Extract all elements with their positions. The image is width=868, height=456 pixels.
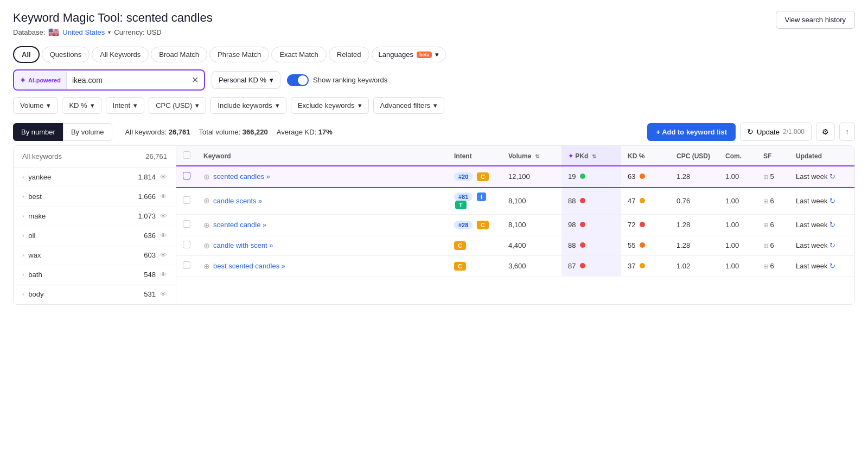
volume-filter[interactable]: Volume ▾: [13, 97, 58, 114]
cpc-filter[interactable]: CPC (USD) ▾: [149, 97, 206, 114]
intent-cell: #20 C: [448, 166, 502, 187]
eye-icon[interactable]: 👁: [160, 251, 167, 259]
row-checkbox[interactable]: [183, 196, 190, 204]
kd-cell: 72: [621, 215, 670, 235]
settings-button[interactable]: ⚙: [816, 123, 835, 141]
tab-all-keywords[interactable]: All Keywords: [92, 47, 149, 62]
settings-icon: ⚙: [822, 127, 829, 136]
add-keyword-icon[interactable]: ⊕: [203, 241, 210, 250]
cpc-cell: 1.28: [670, 166, 719, 187]
add-keyword-icon[interactable]: ⊕: [203, 221, 210, 229]
row-checkbox-cell[interactable]: [176, 187, 197, 215]
intent-badge-c: C: [477, 221, 489, 229]
volume-column-header[interactable]: Volume ⇅: [502, 146, 561, 166]
keyword-cell: ⊕ candle with scent »: [197, 235, 448, 256]
tab-questions[interactable]: Questions: [42, 47, 90, 62]
kd-filter[interactable]: KD % ▾: [62, 97, 101, 114]
sidebar-item[interactable]: › bath 548 👁: [14, 265, 176, 285]
kd-dropdown[interactable]: Personal KD % ▾: [212, 71, 280, 89]
updated-cell: Last week ↻: [789, 166, 854, 187]
add-to-keyword-list-button[interactable]: + Add to keyword list: [647, 123, 736, 141]
eye-icon[interactable]: 👁: [160, 173, 167, 181]
exclude-keywords-filter[interactable]: Exclude keywords ▾: [291, 97, 369, 114]
intent-filter[interactable]: Intent ▾: [106, 97, 145, 114]
eye-icon[interactable]: 👁: [160, 271, 167, 279]
keyword-link[interactable]: candle scents »: [213, 197, 262, 205]
tab-exact-match[interactable]: Exact Match: [271, 47, 327, 62]
cpc-chevron-icon: ▾: [195, 101, 199, 110]
search-input[interactable]: [67, 72, 186, 89]
tab-all[interactable]: All: [13, 46, 40, 63]
pkd-cell: 87: [561, 256, 621, 277]
refresh-icon[interactable]: ↻: [829, 221, 835, 229]
keyword-link[interactable]: scented candle »: [213, 221, 266, 229]
row-checkbox-cell[interactable]: [176, 166, 197, 187]
keyword-column-header[interactable]: Keyword: [197, 146, 448, 166]
row-checkbox[interactable]: [183, 172, 190, 179]
table-row: ⊕ scented candles » #20 C 12,100 19: [176, 166, 854, 187]
keyword-link[interactable]: candle with scent »: [213, 241, 273, 249]
beta-badge: beta: [417, 52, 432, 58]
com-cell: 1.00: [719, 215, 757, 235]
tab-languages[interactable]: Languages beta ▾: [372, 47, 446, 62]
tab-phrase-match[interactable]: Phrase Match: [209, 47, 269, 62]
include-chevron-icon: ▾: [276, 101, 279, 110]
update-button[interactable]: ↻ Update 2/1,000: [740, 123, 812, 141]
com-cell: 1.00: [719, 256, 757, 277]
sidebar-item[interactable]: › oil 636 👁: [14, 226, 176, 246]
sort-by-number-button[interactable]: By number: [13, 123, 63, 141]
row-checkbox[interactable]: [183, 220, 190, 228]
select-all-checkbox[interactable]: [183, 151, 190, 159]
intent-column-header: Intent: [448, 146, 502, 166]
pkd-cell: 98: [561, 215, 621, 235]
advanced-filters-filter[interactable]: Advanced filters ▾: [373, 97, 445, 114]
add-keyword-icon[interactable]: ⊕: [203, 262, 210, 271]
clear-search-icon[interactable]: ✕: [186, 70, 204, 89]
include-keywords-filter[interactable]: Include keywords ▾: [210, 97, 286, 114]
sf-cell: ⊞ 6: [757, 215, 789, 235]
keyword-cell: ⊕ scented candles »: [197, 166, 448, 187]
filter-row: Volume ▾ KD % ▾ Intent ▾ CPC (USD) ▾ Inc…: [13, 97, 855, 114]
add-keyword-icon[interactable]: ⊕: [203, 196, 210, 205]
view-history-button[interactable]: View search history: [776, 11, 855, 29]
add-keyword-icon[interactable]: ⊕: [203, 172, 210, 181]
eye-icon[interactable]: 👁: [160, 232, 167, 240]
export-button[interactable]: ↑: [839, 123, 855, 141]
kd-cell: 37: [621, 256, 670, 277]
sidebar-item[interactable]: › body 531 👁: [14, 285, 176, 304]
tab-related[interactable]: Related: [329, 47, 369, 62]
intent-badge-c: C: [477, 172, 489, 181]
expand-icon: ›: [22, 291, 24, 297]
updated-cell: Last week ↻: [789, 235, 854, 256]
tab-broad-match[interactable]: Broad Match: [151, 47, 207, 62]
refresh-icon[interactable]: ↻: [829, 262, 835, 270]
sidebar-item[interactable]: › yankee 1,814 👁: [14, 168, 176, 187]
row-checkbox-cell[interactable]: [176, 256, 197, 277]
pkd-star-icon: ✦: [568, 152, 573, 160]
sidebar-item[interactable]: › make 1,073 👁: [14, 207, 176, 226]
row-checkbox-cell[interactable]: [176, 235, 197, 256]
refresh-icon[interactable]: ↻: [829, 241, 835, 249]
sort-by-volume-button[interactable]: By volume: [63, 123, 112, 141]
pkd-column-header[interactable]: ✦ PKd ⇅: [561, 146, 621, 166]
row-checkbox-cell[interactable]: [176, 215, 197, 235]
eye-icon[interactable]: 👁: [160, 192, 167, 201]
table-wrapper: Keyword Intent Volume ⇅ ✦ PKd ⇅ KD % CPC…: [176, 146, 854, 304]
select-all-header[interactable]: [176, 146, 197, 166]
keyword-link[interactable]: best scented candles »: [213, 262, 285, 270]
row-checkbox[interactable]: [183, 241, 190, 248]
search-row: ✦ AI-powered ✕ Personal KD % ▾ Show rank…: [13, 69, 855, 91]
eye-icon[interactable]: 👁: [160, 212, 167, 220]
refresh-icon[interactable]: ↻: [829, 197, 835, 205]
sidebar-item[interactable]: › best 1,666 👁: [14, 187, 176, 207]
database-chevron-icon[interactable]: ▾: [108, 29, 111, 35]
show-ranking-toggle[interactable]: [287, 74, 309, 86]
refresh-icon[interactable]: ↻: [829, 172, 835, 181]
cpc-cell: 1.02: [670, 256, 719, 277]
sidebar-item[interactable]: › wax 603 👁: [14, 246, 176, 265]
database-country-link[interactable]: United States: [62, 28, 105, 36]
keyword-link[interactable]: scented candles »: [213, 172, 270, 181]
sf-icon: ⊞: [763, 222, 768, 228]
row-checkbox[interactable]: [183, 261, 190, 269]
eye-icon[interactable]: 👁: [160, 290, 167, 298]
